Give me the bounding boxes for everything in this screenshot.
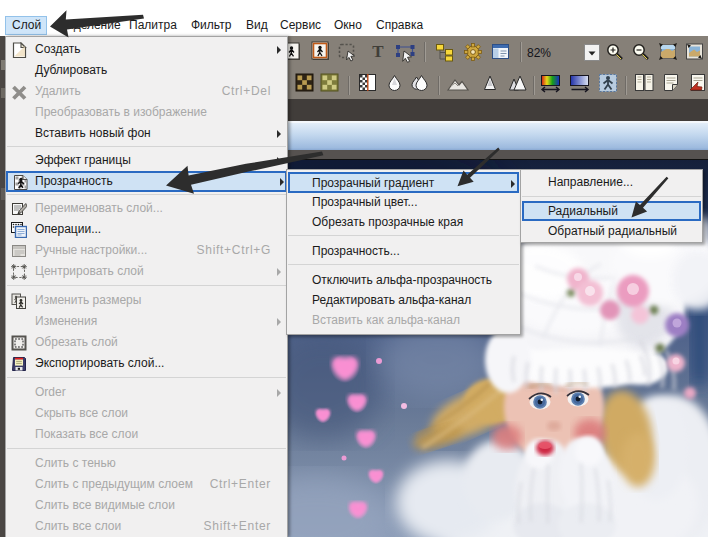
svg-text:82%: 82% [527, 46, 551, 60]
svg-text:T: T [372, 42, 384, 61]
